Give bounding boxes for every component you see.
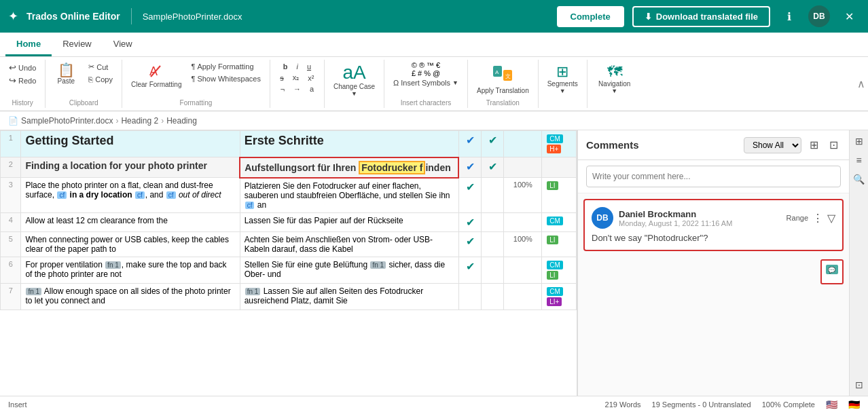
comment-input[interactable] [586, 166, 841, 187]
tag-cell-7: CM LI+ [542, 283, 577, 310]
underline-button[interactable]: u [304, 61, 314, 72]
source-cell-7: fn 1 Allow enough space on all sides of … [21, 283, 240, 310]
target-cell-6[interactable]: Stellen Sie für eine gute Belüftung fn 1… [240, 257, 458, 283]
source-subheading-2: Finding a location for your photo printe… [25, 160, 207, 171]
target-cell-4[interactable]: Lassen Sie für das Papier auf der Rückse… [240, 212, 458, 231]
comments-settings-icon[interactable]: ⊞ [807, 136, 821, 154]
target-cell-2[interactable]: Aufstellungsort für Ihren Fotodrucker fi… [240, 157, 458, 178]
comment-actions: Range ⋮ ▽ [786, 212, 835, 225]
cut-button[interactable]: ✂ Cut [85, 61, 116, 73]
editor-area: 1 Getting Started Erste Schritte ✔ ✔ CM … [0, 130, 577, 396]
main-area: 1 Getting Started Erste Schritte ✔ ✔ CM … [0, 130, 868, 396]
fn-badge-6t: fn 1 [370, 261, 386, 269]
tag-cm-4: CM [547, 217, 563, 225]
check-icon-1: ✔ [488, 134, 497, 146]
change-case-button[interactable]: aA Change Case ▼ [330, 61, 378, 99]
italic-button[interactable]: i [293, 61, 302, 72]
row-num-2: 2 [1, 157, 21, 178]
pct-cell-4 [504, 212, 542, 231]
tab-review[interactable]: Review [52, 33, 103, 56]
ribbon-collapse-button[interactable]: ∧ [854, 57, 868, 111]
format2-button[interactable]: → [290, 83, 304, 94]
row-num-6: 6 [1, 257, 21, 283]
svg-text:A: A [495, 69, 499, 75]
ribbon-group-history: ↩ Undo ↪ Redo History [0, 60, 46, 108]
copy-button[interactable]: ⎘ Copy [85, 74, 116, 85]
source-cell-6: For proper ventilation fn 1, make sure t… [21, 257, 240, 283]
bold-button[interactable]: b [280, 61, 291, 72]
comment-filter-button[interactable]: ▽ [827, 212, 835, 225]
tag-cell-5: LI [542, 231, 577, 257]
navigation-icon: 🗺 [607, 64, 622, 79]
translation-group-label: Translation [486, 98, 520, 107]
hash-icon: # [418, 69, 422, 77]
pct-cell-7 [504, 283, 542, 310]
tag-cell-6: CM LI [542, 257, 577, 283]
paste-button[interactable]: 📋 Paste [51, 61, 81, 87]
source-cell-1: Getting Started [21, 131, 240, 157]
cut-icon: ✂ [88, 62, 94, 71]
ribbon-group-change-case: aA Change Case ▼ x [325, 60, 384, 108]
comment-header-row: DB Daniel Brockmann Monday, August 1, 20… [592, 207, 835, 229]
flag-us: 🇺🇸 [826, 399, 837, 410]
row-num-1: 1 [1, 131, 21, 157]
subscript-button[interactable]: x₂ [289, 72, 303, 83]
row-num-3: 3 [1, 178, 21, 213]
check-icon-5: ✔ [466, 236, 475, 247]
apply-formatting-button[interactable]: ¶ Apply Formatting [187, 61, 264, 72]
right-panel-icon-4[interactable]: ⊡ [852, 377, 866, 393]
strikethrough-button[interactable]: s [276, 73, 287, 83]
tab-view[interactable]: View [103, 33, 143, 56]
comments-panel-icon[interactable]: ⊡ [827, 136, 841, 154]
close-button[interactable]: ✕ [838, 5, 860, 27]
flag-de: 🇩🇪 [848, 399, 860, 410]
format1-button[interactable]: ¬ [277, 83, 288, 94]
show-whitespaces-button[interactable]: ¶ Show Whitespaces [187, 73, 264, 84]
user-avatar-button[interactable]: DB [808, 5, 830, 27]
target-cell-7[interactable]: fn 1 Lassen Sie auf allen Seiten des Fot… [240, 283, 458, 310]
tag-cm-7: CM [547, 287, 563, 296]
copyright-icon: © [412, 61, 417, 69]
table-row: 6 For proper ventilation fn 1, make sure… [1, 257, 577, 283]
apply-translation-button[interactable]: A 文 Apply Translation [473, 61, 532, 98]
undo-button[interactable]: ↩ Undo [5, 61, 39, 74]
tag-cell-4: CM [542, 212, 577, 231]
font-size-button[interactable]: a [306, 83, 317, 94]
fn-badge-7t: fn 1 [245, 288, 261, 295]
breadcrumb-part-3: Heading [166, 116, 197, 126]
segments-icon: ⊞ [556, 64, 568, 79]
comment-more-button[interactable]: ⋮ [812, 212, 823, 225]
info-button[interactable]: ℹ [778, 5, 800, 27]
tag-cell-3: LI [542, 178, 577, 213]
target-cell-3[interactable]: Platzieren Sie den Fotodrucker auf einer… [240, 178, 458, 213]
target-cell-5[interactable]: Achten Sie beim Anschließen von Strom- o… [240, 231, 458, 257]
svg-text:文: 文 [505, 73, 511, 79]
redo-icon: ↪ [9, 75, 16, 86]
clear-formatting-button[interactable]: A Clear Formatting [128, 61, 185, 90]
complete-button[interactable]: Complete [557, 6, 624, 27]
tag-cm-1: CM [547, 134, 563, 143]
check-blue-icon-1: ✔ [466, 134, 475, 146]
insert-mode: Insert [8, 400, 27, 409]
fotodrucker-highlight: Fotodrucker f [359, 161, 425, 174]
word-count: 219 Words [605, 400, 641, 409]
source-cell-3: Place the photo printer on a flat, clean… [21, 178, 240, 213]
row-num-5: 5 [1, 231, 21, 257]
segments-button[interactable]: ⊞ Segments ▼ [544, 61, 581, 98]
right-panel-icon-1[interactable]: ⊞ [852, 133, 866, 149]
top-bar: ✦ Trados Online Editor SamplePhotoPrinte… [0, 0, 868, 33]
insert-symbols-button[interactable]: Ω Insert Symbols ▼ [390, 77, 462, 88]
table-row: 4 Allow at least 12 cm clearance from th… [1, 212, 577, 231]
check-cell-3 [482, 178, 504, 213]
comment-input-area [578, 160, 849, 193]
file-name: SamplePhotoPrinter.docx [143, 12, 242, 22]
right-panel-icon-3[interactable]: 🔍 [850, 171, 867, 187]
right-panel-icon-2[interactable]: ≡ [853, 152, 864, 168]
superscript-button[interactable]: x² [304, 73, 317, 83]
navigation-button[interactable]: 🗺 Navigation ▼ [595, 61, 634, 98]
redo-button[interactable]: ↪ Redo [5, 74, 39, 87]
show-all-dropdown[interactable]: Show All [744, 137, 801, 153]
tab-home[interactable]: Home [5, 33, 52, 56]
download-translated-file-button[interactable]: ⬇ Download translated file [632, 6, 770, 27]
change-case-icon: aA [342, 63, 365, 82]
